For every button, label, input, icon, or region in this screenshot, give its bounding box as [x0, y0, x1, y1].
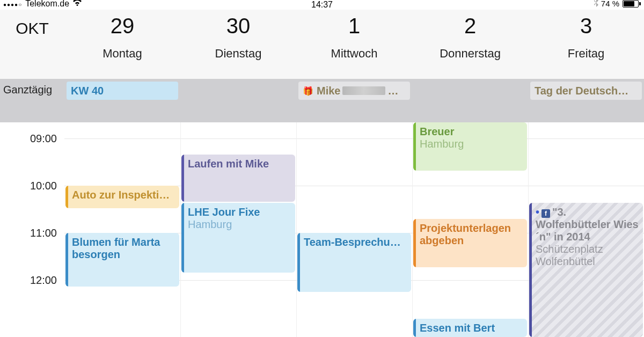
allday-mon[interactable]: KW 40	[64, 79, 180, 122]
time-label: 11:00	[30, 227, 57, 239]
event-title: Mike	[317, 85, 340, 97]
event-title: LHE Jour Fixe	[188, 206, 291, 218]
bluetooth-icon	[594, 0, 599, 9]
event-auto-inspektion[interactable]: Auto zur Inspekti…	[65, 186, 179, 208]
event-color-bar	[529, 203, 532, 337]
event-title: Breuer	[420, 126, 523, 138]
gridline	[528, 122, 529, 337]
event-title: KW 40	[71, 85, 104, 97]
allday-wed[interactable]: 🎁 Mike …	[296, 79, 412, 122]
event-title: Laufen mit Mike	[188, 158, 291, 170]
event-title: Blumen für Marta besorgen	[72, 236, 175, 261]
day-header-mon[interactable]: 29 Montag	[64, 10, 180, 79]
event-blumen-marta[interactable]: Blumen für Marta besorgen	[65, 233, 179, 287]
time-label: 09:00	[30, 133, 57, 145]
allday-row: Ganztägig KW 40 🎁 Mike … Tag der Deutsch…	[0, 79, 644, 122]
redacted-icon	[342, 86, 385, 95]
allday-label: Ganztägig	[0, 79, 64, 122]
allday-tue[interactable]	[180, 79, 296, 122]
day-header-tue[interactable]: 30 Dienstag	[180, 10, 296, 79]
status-left: ●●●●○ Telekom.de	[3, 0, 82, 9]
event-location: Schützenplatz Wolfenbüttel	[536, 243, 639, 268]
time-grid[interactable]: 09:00 10:00 11:00 12:00 Auto zur Inspekt…	[0, 122, 644, 337]
event-color-bar	[297, 233, 300, 292]
gridline	[296, 122, 297, 337]
event-color-bar	[181, 155, 184, 202]
event-color-bar	[65, 233, 68, 287]
event-title: •f"3. Wolfenbütteler Wies´n" in 2014	[536, 206, 639, 243]
allday-fri[interactable]: Tag der Deutsch…	[528, 79, 644, 122]
battery-pct-label: 74 %	[601, 0, 619, 8]
event-location: Hamburg	[420, 138, 523, 150]
day-header-fri[interactable]: 3 Freitag	[528, 10, 644, 79]
allday-event-kw40[interactable]: KW 40	[67, 82, 178, 100]
day-num: 1	[348, 14, 360, 38]
event-lhe-jourfixe[interactable]: LHE Jour Fixe Hamburg	[181, 203, 295, 273]
facebook-icon: f	[541, 209, 550, 218]
gridline	[64, 138, 644, 139]
event-title: Essen mit Bert	[420, 322, 523, 334]
signal-icon: ●●●●○	[3, 0, 22, 9]
event-title: Projektunterlagen abgeben	[420, 222, 523, 247]
wifi-icon	[72, 0, 82, 9]
status-bar: ●●●●○ Telekom.de 14:37 74 %	[0, 0, 644, 10]
event-projektunterlagen[interactable]: Projektunterlagen abgeben	[413, 219, 527, 267]
event-color-bar	[413, 319, 416, 337]
event-color-bar	[413, 219, 416, 267]
event-breuer[interactable]: Breuer Hamburg	[413, 122, 527, 171]
allday-thu[interactable]	[412, 79, 528, 122]
time-label: 12:00	[30, 274, 57, 287]
event-title: Auto zur Inspekti…	[72, 189, 175, 201]
event-location: Hamburg	[188, 218, 291, 231]
event-laufen-mike[interactable]: Laufen mit Mike	[181, 155, 295, 202]
day-num: 2	[464, 14, 476, 38]
time-label: 10:00	[30, 180, 57, 192]
clock-label: 14:37	[311, 0, 333, 10]
event-wiesn-facebook[interactable]: •f"3. Wolfenbütteler Wies´n" in 2014 Sch…	[529, 203, 643, 337]
day-num: 30	[226, 14, 251, 38]
event-suffix: …	[387, 85, 398, 97]
event-title-text: "3. Wolfenbütteler Wies´n" in 2014	[536, 206, 639, 243]
event-title: Team-Besprechu…	[304, 236, 407, 248]
day-header-thu[interactable]: 2 Donnerstag	[412, 10, 528, 79]
event-color-bar	[65, 186, 68, 208]
gridline	[412, 122, 413, 337]
event-team-besprechung[interactable]: Team-Besprechu…	[297, 233, 411, 292]
allday-event-holiday[interactable]: Tag der Deutsch…	[530, 82, 642, 100]
day-name: Mittwoch	[331, 47, 378, 61]
gridline	[180, 122, 181, 337]
day-name: Dienstag	[215, 47, 262, 61]
day-num: 29	[111, 14, 135, 38]
status-dot-icon: •	[536, 206, 539, 218]
event-color-bar	[181, 203, 184, 273]
event-essen-bert[interactable]: Essen mit Bert	[413, 319, 527, 337]
event-color-bar	[413, 122, 416, 171]
day-num: 3	[580, 14, 592, 38]
day-name: Freitag	[568, 47, 604, 61]
battery-icon	[621, 0, 641, 8]
status-right: 74 %	[594, 0, 641, 9]
month-label: OKT	[0, 10, 64, 79]
day-name: Donnerstag	[440, 47, 501, 61]
carrier-label: Telekom.de	[25, 0, 69, 9]
day-header-wed[interactable]: 1 Mittwoch	[296, 10, 412, 79]
allday-event-mike-birthday[interactable]: 🎁 Mike …	[298, 82, 410, 100]
day-name: Montag	[103, 47, 142, 61]
gift-icon: 🎁	[303, 86, 313, 96]
calendar-header: OKT 29 Montag 30 Dienstag 1 Mittwoch 2 D…	[0, 10, 644, 79]
event-title: Tag der Deutsch…	[535, 85, 628, 97]
